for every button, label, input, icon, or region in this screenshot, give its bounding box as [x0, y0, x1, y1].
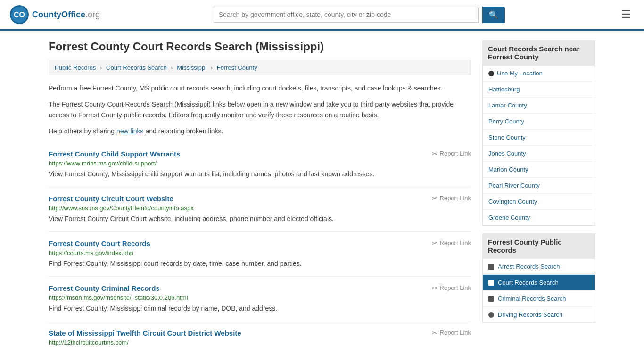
svg-text:CO: CO: [14, 11, 25, 19]
sidebar-public-records-list: Arrest Records Search Court Records Sear…: [482, 259, 595, 323]
sidebar-nearby-list: Use My Location Hattiesburg Lamar County…: [482, 66, 595, 226]
description-2: The Forrest County Court Records Search …: [49, 99, 471, 120]
sidebar-item-greene-county[interactable]: Greene County: [483, 210, 595, 225]
desc3-suffix: and reporting broken links.: [144, 127, 223, 135]
record-url: http://12thcircuitcourtms.com/: [49, 339, 471, 346]
search-input[interactable]: [213, 7, 479, 23]
record-url: https://courts.ms.gov/index.php: [49, 249, 471, 256]
main-container: Forrest County Court Records Search (Mis…: [39, 31, 605, 362]
breadcrumb-sep-2: ›: [171, 64, 173, 71]
record-item: Forrest County Criminal Records ✂ Report…: [49, 277, 471, 321]
court-icon: [488, 280, 494, 286]
record-title[interactable]: Forrest County Child Support Warrants: [49, 150, 180, 158]
content: Forrest County Court Records Search (Mis…: [49, 40, 471, 356]
logo-text: CountyOffice.org: [32, 10, 100, 20]
sidebar-public-records-title: Forrest County Public Records: [482, 233, 595, 259]
sidebar-link-criminal-records[interactable]: Criminal Records Search: [483, 291, 595, 307]
logo-icon: CO: [9, 5, 29, 25]
breadcrumb-sep-1: ›: [100, 64, 102, 71]
sidebar-item-covington-county[interactable]: Covington County: [483, 194, 595, 210]
sidebar-link-court-records[interactable]: Court Records Search: [483, 275, 595, 291]
search-button[interactable]: 🔍: [482, 7, 505, 23]
sidebar-nearby-section: Court Records Search near Forrest County…: [482, 40, 595, 226]
criminal-icon: [488, 296, 494, 302]
breadcrumb: Public Records › Court Records Search › …: [49, 60, 471, 75]
breadcrumb-public-records[interactable]: Public Records: [55, 64, 96, 71]
record-url: https://www.mdhs.ms.gov/child-support/: [49, 160, 471, 167]
record-item: State of Mississippi Twelfth Circuit Cou…: [49, 321, 471, 356]
breadcrumb-forrest-county[interactable]: Forrest County: [217, 64, 257, 71]
description-1: Perform a free Forrest County, MS public…: [49, 83, 471, 93]
record-desc: Find Forrest County, Mississippi court r…: [49, 259, 471, 269]
record-desc: View Forrest County, Mississippi child s…: [49, 169, 471, 179]
sidebar-item-lamar-county[interactable]: Lamar County: [483, 98, 595, 114]
report-link-button[interactable]: ✂ Report Link: [432, 284, 471, 292]
sidebar-item-perry-county[interactable]: Perry County: [483, 114, 595, 130]
menu-button[interactable]: ☰: [618, 7, 635, 23]
record-title[interactable]: Forrest County Circuit Court Website: [49, 195, 173, 203]
records-list: Forrest County Child Support Warrants ✂ …: [49, 142, 471, 356]
record-item: Forrest County Circuit Court Website ✂ R…: [49, 187, 471, 232]
record-title[interactable]: Forrest County Court Records: [49, 239, 150, 247]
report-icon: ✂: [432, 239, 438, 247]
sidebar-link-arrest-records[interactable]: Arrest Records Search: [483, 259, 595, 275]
search-area: 🔍: [213, 7, 505, 23]
report-link-button[interactable]: ✂ Report Link: [432, 239, 471, 247]
record-url: http://www.sos.ms.gov/CountyEleinfo/coun…: [49, 205, 471, 212]
record-title[interactable]: State of Mississippi Twelfth Circuit Cou…: [49, 329, 241, 337]
sidebar: Court Records Search near Forrest County…: [482, 40, 595, 356]
new-links-link[interactable]: new links: [116, 127, 144, 135]
breadcrumb-mississippi[interactable]: Mississippi: [177, 64, 206, 71]
sidebar-nearby-title: Court Records Search near Forrest County: [482, 40, 595, 66]
sidebar-public-records-section: Forrest County Public Records Arrest Rec…: [482, 233, 595, 323]
description-3: Help others by sharing new links and rep…: [49, 126, 471, 136]
breadcrumb-court-records[interactable]: Court Records Search: [106, 64, 167, 71]
sidebar-item-jones-county[interactable]: Jones County: [483, 146, 595, 162]
record-url: https://msdh.ms.gov/msdhsite/_static/30,…: [49, 294, 471, 301]
report-icon: ✂: [432, 284, 438, 292]
page-title: Forrest County Court Records Search (Mis…: [49, 40, 471, 53]
location-icon: [488, 71, 494, 76]
report-icon: ✂: [432, 150, 438, 157]
report-icon: ✂: [432, 195, 438, 202]
sidebar-item-hattiesburg[interactable]: Hattiesburg: [483, 82, 595, 98]
report-icon: ✂: [432, 329, 438, 337]
sidebar-item-marion-county[interactable]: Marion County: [483, 162, 595, 178]
record-item: Forrest County Court Records ✂ Report Li…: [49, 232, 471, 277]
record-desc: Find Forrest County, Mississippi crimina…: [49, 304, 471, 313]
arrest-icon: [488, 264, 494, 270]
report-link-button[interactable]: ✂ Report Link: [432, 329, 471, 337]
logo-area: CO CountyOffice.org: [9, 5, 100, 25]
sidebar-item-pearl-river-county[interactable]: Pearl River County: [483, 178, 595, 194]
record-item: Forrest County Child Support Warrants ✂ …: [49, 142, 471, 187]
sidebar-item-stone-county[interactable]: Stone County: [483, 130, 595, 146]
sidebar-item-use-my-location[interactable]: Use My Location: [483, 66, 595, 82]
header: CO CountyOffice.org 🔍 ☰: [0, 0, 644, 31]
record-desc: View Forrest County Circuit Court websit…: [49, 214, 471, 224]
record-title[interactable]: Forrest County Criminal Records: [49, 284, 160, 292]
desc3-prefix: Help others by sharing: [49, 127, 116, 135]
breadcrumb-sep-3: ›: [211, 64, 213, 71]
report-link-button[interactable]: ✂ Report Link: [432, 150, 471, 157]
report-link-button[interactable]: ✂ Report Link: [432, 195, 471, 202]
sidebar-link-driving-records[interactable]: Driving Records Search: [483, 307, 595, 322]
driving-icon: [488, 312, 494, 318]
